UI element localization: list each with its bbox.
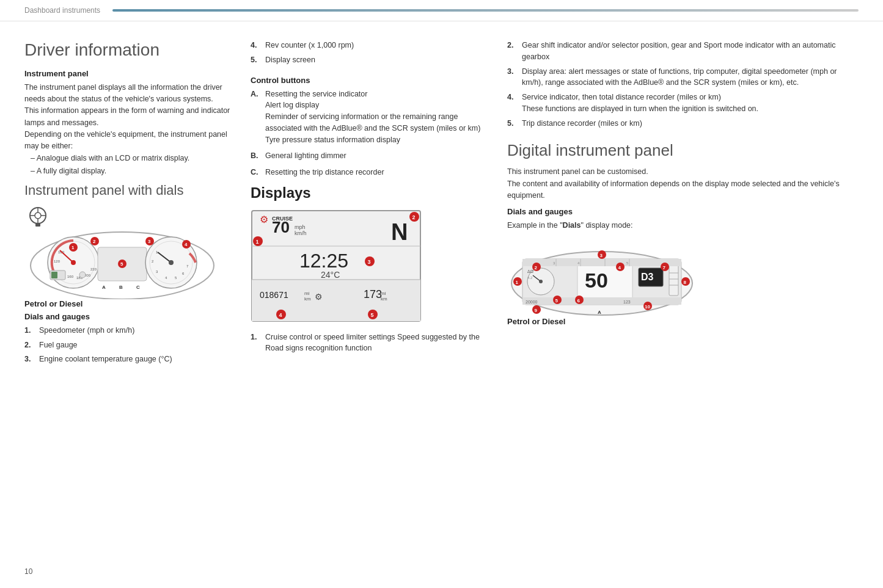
top-bar-decoration [112, 9, 859, 12]
svg-text:123: 123 [623, 300, 631, 304]
instrument-panel-illustration: 100 120 140 160 180 200 220 1 5 [24, 205, 220, 293]
svg-text:4: 4 [279, 311, 282, 318]
list-item: 3. Engine coolant temperature gauge (°C) [24, 354, 232, 365]
button-a-content: Resetting the service indicator Alert lo… [265, 89, 489, 146]
list-num: 2. [24, 339, 35, 351]
svg-text:⚙: ⚙ [260, 214, 268, 225]
letter-b: B. [251, 150, 262, 162]
list-num: 4. [507, 92, 518, 115]
svg-text:km/h: km/h [295, 230, 307, 236]
svg-text:ΔΩ: ΔΩ [527, 269, 533, 274]
continuation-list: 4. Rev counter (x 1,000 rpm) 5. Display … [251, 40, 489, 66]
list-num: 3. [24, 354, 35, 365]
svg-text:4: 4 [618, 264, 621, 270]
instrument-panel-list: Analogue dials with an LCD or matrix dis… [24, 153, 232, 178]
list-item-5: 5. Trip distance recorder (miles or km) [507, 118, 859, 129]
svg-text:173: 173 [364, 288, 382, 300]
svg-text:9: 9 [535, 307, 538, 313]
svg-text:24°C: 24°C [321, 270, 340, 280]
control-buttons-list: A. Resetting the service indicator Alert… [251, 89, 489, 178]
svg-text:1: 1 [516, 279, 519, 285]
svg-rect-6 [35, 223, 40, 227]
svg-text:mph: mph [295, 224, 306, 230]
svg-text:10: 10 [645, 303, 650, 309]
svg-text:5: 5 [371, 311, 374, 318]
displays-title: Displays [251, 184, 489, 202]
display-screen-svg: ⚙ CRUISE 70 mph km/h N 1 2 12:25 3 24°C [251, 209, 422, 322]
dials-list: 1. Speedometer (mph or km/h) 2. Fuel gau… [24, 325, 232, 365]
svg-point-18 [71, 260, 76, 265]
svg-text:220: 220 [90, 267, 97, 271]
display-continuation-list: 2. Gear shift indicator and/or selector … [507, 40, 859, 129]
digital-panel-svg: ΔΩ 4.2 50 D3 3 [507, 238, 697, 317]
column-1: Driver information Instrument panel The … [24, 40, 251, 371]
svg-text:50: 50 [585, 269, 608, 292]
svg-text:5: 5 [555, 297, 559, 303]
fuel-type-label-2: Petrol or Diesel [507, 317, 859, 326]
instrument-dials-title: Instrument panel with dials [24, 183, 232, 198]
svg-point-46 [79, 272, 86, 278]
svg-text:2: 2 [412, 214, 416, 220]
svg-text:⚙: ⚙ [315, 292, 323, 302]
svg-text:1: 1 [256, 238, 259, 244]
list-num: 5. [251, 54, 262, 66]
svg-text:5: 5 [120, 261, 123, 267]
svg-text:3: 3 [368, 258, 371, 264]
svg-text:160: 160 [67, 275, 74, 278]
svg-text:6: 6 [577, 297, 581, 303]
svg-text:8: 8 [684, 279, 687, 285]
button-b-content: General lighting dimmer [265, 150, 489, 162]
svg-text:2: 2 [535, 264, 538, 270]
button-c-content: Resetting the trip distance recorder [265, 167, 489, 178]
dials-gauges-label-2: Dials and gauges [507, 207, 859, 216]
svg-point-1 [35, 212, 41, 219]
list-item: Analogue dials with an LCD or matrix dis… [31, 153, 232, 164]
display-illustration-wrapper: ⚙ CRUISE 70 mph km/h N 1 2 12:25 3 24°C [251, 209, 422, 324]
dials-bold-text: Dials [563, 221, 581, 230]
svg-text:70: 70 [272, 218, 290, 236]
list-item: A fully digital display. [31, 165, 232, 177]
svg-text:1: 1 [71, 245, 75, 250]
list-num: 1. [251, 332, 262, 355]
svg-text:20000: 20000 [526, 300, 538, 304]
list-item: 4. Rev counter (x 1,000 rpm) [251, 40, 489, 51]
svg-text:km: km [381, 296, 387, 302]
list-num: 2. [507, 40, 518, 63]
display-items-list: 1. Cruise control or speed limiter setti… [251, 332, 489, 355]
list-item: 2. Fuel gauge [24, 339, 232, 351]
svg-text:mi: mi [304, 291, 310, 296]
svg-text:mi: mi [381, 291, 386, 296]
list-item-2: 2. Gear shift indicator and/or selector … [507, 40, 859, 63]
list-num: 4. [251, 40, 262, 51]
letter-c: C. [251, 167, 262, 178]
main-content: Driver information Instrument panel The … [0, 21, 883, 390]
top-bar: Dashboard instruments [0, 0, 883, 21]
svg-text:018671: 018671 [260, 290, 288, 300]
svg-point-37 [169, 260, 174, 265]
list-item-b: B. General lighting dimmer [251, 150, 489, 162]
svg-text:D3: D3 [641, 272, 654, 282]
digital-panel-title: Digital instrument panel [507, 141, 859, 160]
list-num: 5. [507, 118, 518, 129]
dials-gauges-body: Example in the "Dials" display mode: [507, 220, 859, 231]
svg-text:km: km [304, 296, 311, 302]
driver-info-title: Driver information [24, 40, 232, 60]
svg-text:2: 2 [93, 239, 96, 244]
letter-a: A. [251, 89, 262, 146]
fuel-type-label-1: Petrol or Diesel [24, 299, 232, 308]
page-number: 10 [24, 567, 32, 576]
svg-text:120: 120 [54, 260, 60, 263]
display-list-item-1: 1. Cruise control or speed limiter setti… [251, 332, 489, 355]
list-num: 1. [24, 325, 35, 336]
svg-rect-92 [522, 259, 681, 266]
svg-text:3: 3 [600, 252, 603, 258]
list-item: 5. Display screen [251, 54, 489, 66]
digital-panel-body: This instrument panel can be customised.… [507, 166, 859, 201]
dials-panel-svg: 100 120 140 160 180 200 220 1 5 [24, 205, 220, 299]
dials-gauges-label-1: Dials and gauges [24, 312, 232, 321]
list-item-c: C. Resetting the trip distance recorder [251, 167, 489, 178]
svg-text:7: 7 [663, 264, 666, 270]
svg-text:N: N [391, 219, 408, 245]
column-3: 2. Gear shift indicator and/or selector … [507, 40, 859, 371]
control-buttons-label: Control buttons [251, 76, 489, 85]
